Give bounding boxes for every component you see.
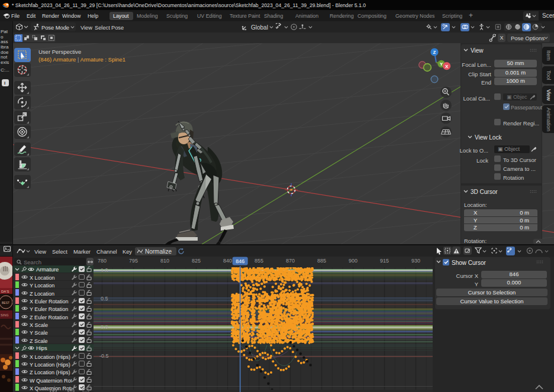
svg-text:BEST: BEST: [2, 301, 9, 304]
svg-text:795: 795: [129, 258, 138, 264]
svg-text:870: 870: [286, 258, 295, 264]
svg-text:Z: Z: [433, 50, 436, 55]
svg-text:825: 825: [192, 258, 201, 264]
svg-text:885: 885: [317, 258, 326, 264]
svg-text:840: 840: [223, 258, 232, 264]
svg-text:Y: Y: [440, 61, 443, 67]
svg-text:0.0: 0.0: [101, 324, 108, 330]
svg-text:780: 780: [98, 258, 107, 264]
svg-text:900: 900: [349, 258, 357, 264]
svg-text:846: 846: [236, 258, 244, 264]
svg-text:0.5: 0.5: [101, 296, 108, 302]
svg-text:-0.5: -0.5: [99, 353, 109, 359]
svg-text:855: 855: [255, 258, 263, 264]
svg-text:915: 915: [380, 258, 389, 264]
svg-text:810: 810: [160, 258, 169, 264]
svg-text:DA'S: DA'S: [1, 290, 9, 293]
svg-text:SING: SING: [1, 313, 8, 317]
svg-text:930: 930: [411, 258, 420, 264]
svg-text:X: X: [445, 64, 449, 69]
svg-text:1.0: 1.0: [101, 267, 108, 273]
